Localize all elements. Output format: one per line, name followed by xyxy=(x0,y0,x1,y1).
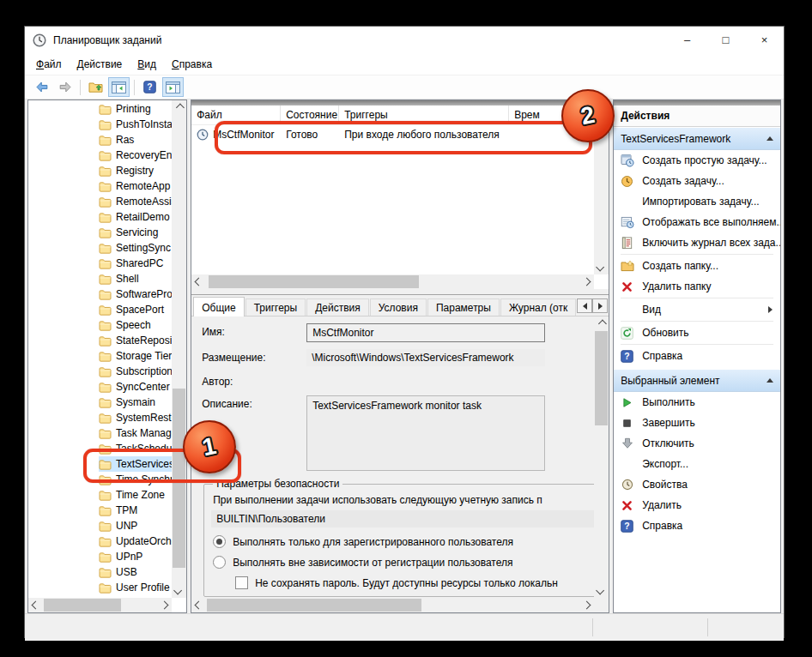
menu-item[interactable]: Файл xyxy=(28,56,70,73)
action-item[interactable]: Удалить xyxy=(614,495,780,515)
tree-item[interactable]: SystemRestore xyxy=(28,410,172,425)
task-list-horizontal-scrollbar[interactable] xyxy=(191,274,594,289)
tree-item[interactable]: StateRepository xyxy=(28,333,172,348)
radio-selected-icon[interactable] xyxy=(213,535,226,548)
tree-item[interactable]: UPnP xyxy=(28,549,172,564)
tree-item[interactable]: Subscription xyxy=(28,364,172,379)
action-pane-toggle-icon[interactable] xyxy=(162,77,184,97)
folder-icon xyxy=(99,351,112,362)
actions-section-header[interactable]: TextServicesFramework xyxy=(614,127,780,150)
tab-4[interactable]: Условия xyxy=(370,298,427,316)
action-item[interactable]: Создать папку... xyxy=(614,256,780,276)
tree-vertical-scrollbar[interactable] xyxy=(172,100,186,598)
action-item[interactable]: Завершить xyxy=(614,413,780,433)
tree-item[interactable]: UpdateOrchestra xyxy=(28,533,172,549)
scroll-down-button[interactable] xyxy=(172,583,186,598)
tab-5[interactable]: Параметры xyxy=(427,298,500,316)
collapse-arrow-icon[interactable] xyxy=(767,378,773,383)
tree-item[interactable]: User Profile Servi xyxy=(28,580,172,595)
help-icon[interactable]: ? xyxy=(139,77,161,97)
scroll-left-button[interactable] xyxy=(191,598,206,612)
forward-icon[interactable] xyxy=(54,77,76,97)
scroll-down-button[interactable] xyxy=(594,583,609,598)
tree-item[interactable]: Speech xyxy=(28,317,172,333)
action-item[interactable]: Обновить xyxy=(614,322,780,343)
tab-1[interactable]: Общие xyxy=(193,297,244,316)
checkbox-do-not-store-password[interactable]: Не сохранять пароль. Будут доступны ресу… xyxy=(235,576,594,589)
name-field[interactable]: MsCtfMonitor xyxy=(306,323,545,342)
radio-run-only-logged-on[interactable]: Выполнять только для зарегистрированного… xyxy=(213,535,594,548)
tree-item[interactable]: Time Zone xyxy=(28,487,172,503)
tree-item[interactable]: Storage Tiers Man xyxy=(28,348,172,364)
action-item[interactable]: Свойства xyxy=(614,474,780,495)
action-item[interactable]: Отключить xyxy=(614,433,780,454)
scroll-down-button[interactable] xyxy=(594,260,609,274)
tree-item[interactable]: TPM xyxy=(28,503,172,518)
scrollbar-thumb[interactable] xyxy=(207,599,421,612)
action-item[interactable]: Создать задачу... xyxy=(614,171,780,191)
collapse-arrow-icon[interactable] xyxy=(767,136,773,141)
tab-scroll-right-button[interactable] xyxy=(592,298,608,313)
console-tree-toggle-icon[interactable] xyxy=(108,77,130,97)
scroll-right-button[interactable] xyxy=(157,598,172,612)
tab-6[interactable]: Журнал (отк xyxy=(500,298,576,316)
tree-item[interactable]: RemoteApp and xyxy=(28,178,172,194)
radio-unselected-icon[interactable] xyxy=(213,556,226,569)
scroll-left-button[interactable] xyxy=(191,274,206,289)
tree-horizontal-scrollbar[interactable] xyxy=(28,598,172,612)
show-in-folder-icon[interactable] xyxy=(85,77,106,97)
tree-item[interactable]: SettingSync xyxy=(28,240,172,256)
tree-item[interactable]: Sysmain xyxy=(28,395,172,410)
tree-item[interactable]: RetailDemo xyxy=(28,209,172,225)
tab-2[interactable]: Триггеры xyxy=(245,298,306,316)
tree-item[interactable]: PushToInstall xyxy=(28,117,172,132)
scrollbar-thumb[interactable] xyxy=(209,275,419,288)
action-item[interactable]: Включить журнал всех зада... xyxy=(614,232,780,253)
scroll-up-button[interactable] xyxy=(594,316,609,331)
menu-item[interactable]: Вид xyxy=(130,56,164,73)
minimize-button[interactable]: – xyxy=(668,27,706,53)
properties-vertical-scrollbar[interactable] xyxy=(594,316,609,598)
tree-item[interactable]: Printing xyxy=(28,101,172,117)
tree-item[interactable]: Task Manager xyxy=(28,425,172,441)
scrollbar-thumb[interactable] xyxy=(44,599,121,612)
tab-3[interactable]: Действия xyxy=(306,298,369,316)
tree-item[interactable]: SyncCenter xyxy=(28,379,172,395)
action-item[interactable]: Вид xyxy=(614,299,780,320)
tree-item[interactable]: USB xyxy=(28,564,172,580)
scroll-left-button[interactable] xyxy=(28,598,43,612)
tree-item[interactable]: SpacePort xyxy=(28,302,172,317)
actions-section-header[interactable]: Выбранный элемент xyxy=(614,369,780,392)
action-item[interactable]: Экспорт... xyxy=(614,454,780,474)
tree-item[interactable]: Servicing xyxy=(28,225,172,240)
tree-item[interactable]: SharedPC xyxy=(28,256,172,271)
back-icon[interactable] xyxy=(31,77,52,97)
tree-item[interactable]: Shell xyxy=(28,271,172,286)
scroll-up-button[interactable] xyxy=(172,100,186,115)
menu-item[interactable]: Действие xyxy=(70,56,130,73)
action-item[interactable]: Отображать все выполняем... xyxy=(614,212,780,232)
close-button[interactable]: × xyxy=(745,27,784,53)
scroll-right-button[interactable] xyxy=(579,598,594,612)
tree-item[interactable]: SoftwareProtecti xyxy=(28,286,172,302)
action-item[interactable]: ?Справка xyxy=(614,515,780,536)
menu-item[interactable]: Справка xyxy=(164,56,220,73)
tab-scroll-left-button[interactable] xyxy=(577,298,592,313)
scroll-right-button[interactable] xyxy=(579,274,594,289)
action-item[interactable]: Удалить папку xyxy=(614,276,780,297)
tree-item[interactable]: Ras xyxy=(28,132,172,148)
maximize-button[interactable]: □ xyxy=(706,27,745,53)
checkbox-icon[interactable] xyxy=(235,576,248,589)
tree-item[interactable]: UNP xyxy=(28,518,172,533)
scrollbar-thumb[interactable] xyxy=(595,331,608,425)
action-item[interactable]: ?Справка xyxy=(614,346,780,366)
action-item[interactable]: Создать простую задачу... xyxy=(614,150,780,171)
action-item[interactable]: Выполнить xyxy=(614,392,780,413)
description-field[interactable]: TextServicesFramework monitor task xyxy=(306,395,545,471)
tree-item[interactable]: RemoteAssistanc xyxy=(28,194,172,209)
tree-item[interactable]: RecoveryEnvironm xyxy=(28,148,172,163)
radio-run-regardless[interactable]: Выполнять вне зависимости от регистрации… xyxy=(213,556,594,569)
action-item[interactable]: Импортировать задачу... xyxy=(614,191,780,212)
tree-item[interactable]: Registry xyxy=(28,163,172,178)
properties-horizontal-scrollbar[interactable] xyxy=(191,598,594,612)
